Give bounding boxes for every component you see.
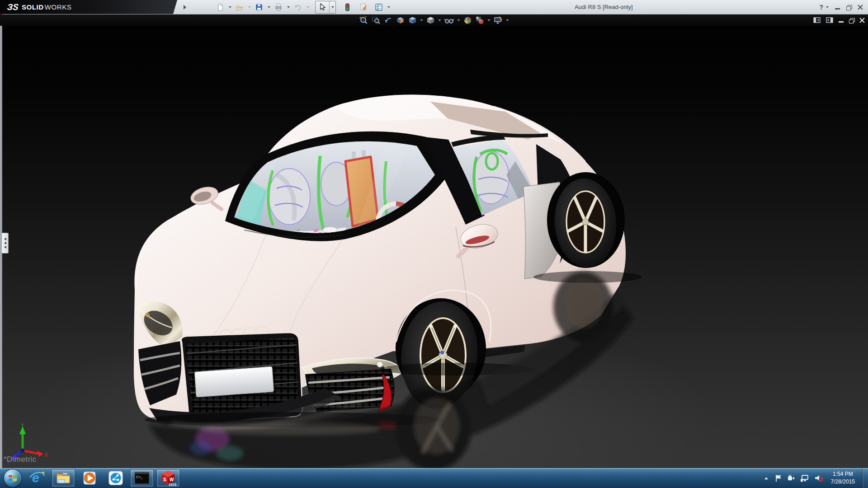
folder-icon [56,471,71,485]
audi-r8-model[interactable] [0,26,868,468]
open-dropdown[interactable] [246,1,252,13]
license-plate [194,366,274,397]
save-dropdown[interactable] [266,1,272,13]
file-properties-button[interactable] [358,1,369,13]
new-dropdown[interactable] [227,1,233,13]
display-style-dropdown[interactable] [438,15,442,25]
chevron-up-icon [764,477,768,479]
chevron-left-icon [4,246,6,249]
doc-restore-button[interactable] [849,18,854,23]
undo-icon [294,3,302,11]
chevron-left-icon [4,238,6,240]
view-orientation-dropdown[interactable] [420,15,424,25]
doc-minimize-button[interactable] [839,21,844,23]
select-dropdown[interactable] [329,1,335,13]
taskbar-internet-explorer[interactable]: e [25,469,49,487]
eyeglasses-icon [444,16,454,25]
svg-text:2015: 2015 [169,483,176,486]
action-center-flag-icon[interactable] [775,474,782,482]
headsup-view-toolbar [359,15,510,25]
options-button[interactable] [373,1,385,13]
clock-time: 1:54 PM [833,470,853,478]
volume-muted-icon[interactable] [814,474,823,482]
new-document-icon [216,3,224,11]
view-orientation-icon [408,16,417,25]
taskbar-media-player[interactable] [78,469,101,487]
network-icon[interactable] [800,474,809,482]
solidworks-menu-button[interactable]: ЗS SOLID WORKS [0,0,177,14]
view-orientation-label: *Dimetric [4,455,37,464]
print-dropdown[interactable] [285,1,291,13]
minimize-button[interactable] [835,8,840,9]
cursor-arrow-icon [319,3,326,11]
zoom-to-fit-button[interactable] [359,15,369,25]
expand-right-pane-icon[interactable] [826,17,833,23]
svg-text:C:\_: C:\_ [136,475,143,479]
view-settings-dropdown[interactable] [505,15,510,25]
edit-appearance-button[interactable] [462,15,473,25]
undo-button[interactable] [292,1,304,13]
print-icon [274,3,283,11]
taskbar-solidworks[interactable]: S W 2015 [156,469,180,487]
windows-taskbar: e [0,468,868,488]
restore-button[interactable] [846,5,851,9]
triad-x-label: X [44,452,48,458]
select-tool-button[interactable] [316,1,329,13]
windows-flag-icon [8,474,18,483]
solidworks-2015-icon: S W 2015 [160,470,176,486]
help-button[interactable]: ? [819,4,823,11]
doc-close-button[interactable] [859,18,864,23]
graphics-area[interactable]: Y X Z *Dimetric [0,26,868,468]
apply-scene-button[interactable] [475,15,486,25]
brand-works-text: WORKS [45,3,72,11]
chevron-left-icon [4,242,6,244]
start-button[interactable] [3,468,23,488]
clock-date: 7/28/2015 [831,478,855,486]
taskbar-command-prompt[interactable]: C:\_ [130,469,154,487]
system-tray: 1:54 PM 7/28/2015 [763,470,862,486]
zoom-to-area-button[interactable] [371,15,382,25]
zoom-to-area-icon [372,16,381,25]
save-floppy-icon [255,3,263,11]
taskbar-windows-explorer[interactable] [52,469,75,487]
previous-view-button[interactable] [383,15,394,25]
collapse-left-pane-icon[interactable] [813,17,821,23]
hide-show-dropdown[interactable] [457,15,461,25]
zoom-to-fit-icon [359,16,368,25]
undo-dropdown[interactable] [305,1,311,13]
display-style-icon [426,16,435,25]
show-hidden-icons-button[interactable] [763,477,770,479]
previous-view-icon [384,16,393,25]
display-style-button[interactable] [425,15,436,25]
title-bar: ЗS SOLID WORKS [0,0,868,14]
solidworks-window: ЗS SOLID WORKS [0,0,868,488]
view-settings-icon [494,16,503,25]
help-dropdown[interactable] [826,6,829,8]
options-dropdown[interactable] [386,1,392,13]
view-settings-button[interactable] [493,15,504,25]
rebuild-button[interactable] [341,1,353,13]
taskbar-share-app[interactable] [104,469,127,487]
command-prompt-icon: C:\_ [134,471,150,485]
print-button[interactable] [273,1,284,13]
view-orientation-button[interactable] [407,15,418,25]
solidworks-logo-mark: ЗS [7,2,19,12]
new-document-button[interactable] [214,1,226,13]
tray-clock[interactable]: 1:54 PM 7/28/2015 [828,470,858,486]
document-window-controls [813,17,864,23]
apply-scene-dropdown[interactable] [487,15,491,25]
media-player-icon [82,470,97,486]
internet-explorer-icon: e [29,470,45,486]
hide-show-items-button[interactable] [443,15,455,25]
section-view-button[interactable] [395,15,406,25]
open-folder-icon [236,3,244,11]
window-title: Audi R8 S [Read-only] [575,4,633,10]
file-properties-icon [359,3,368,11]
open-document-button[interactable] [234,1,245,13]
menu-bar-toolbar [186,0,392,14]
close-button[interactable] [858,5,863,9]
power-plug-icon[interactable] [787,474,795,482]
show-desktop-button[interactable] [862,468,868,488]
save-button[interactable] [253,1,265,13]
feature-panel-expand-tab[interactable] [2,233,9,253]
